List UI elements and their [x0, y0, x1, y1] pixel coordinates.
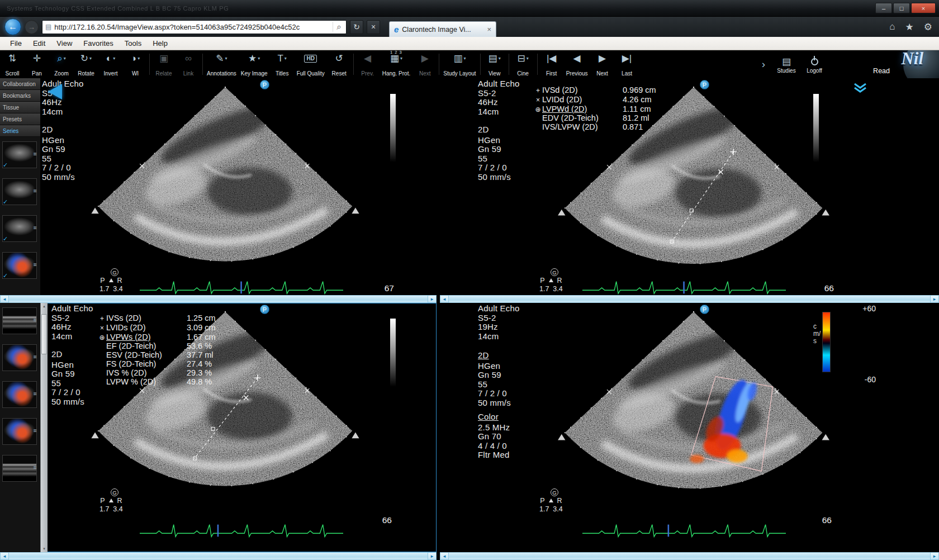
toolbar-button[interactable]: ⊟ ▾ Cine [511, 50, 535, 78]
tab-close-icon[interactable]: × [487, 25, 491, 34]
menu-item[interactable]: Edit [27, 39, 51, 48]
toolbar-button[interactable]: ▶ ▾ Next [590, 50, 615, 78]
series-thumbnail[interactable]: ✓ ≣ [2, 381, 37, 408]
ultrasound-image[interactable] [532, 306, 855, 514]
menu-item[interactable]: View [51, 39, 78, 48]
toolbar-button[interactable]: ∞ ▾ Link [176, 50, 201, 78]
scroll-left-arrow-icon[interactable]: ◂ [0, 552, 9, 560]
cine-scrollbar[interactable]: ◂ ▸ [440, 552, 939, 560]
toolbar-button[interactable]: ▾ [149, 54, 150, 75]
scroll-left-arrow-icon[interactable]: ◂ [440, 295, 449, 303]
toolbar-button[interactable]: HD ▾ Full Quality [295, 50, 327, 78]
viewport-top-right[interactable]: P Adult EchoS5-246Hz14cm 2D HGenGn 59557… [440, 78, 939, 295]
series-thumbnail[interactable]: ✓ ≣ [2, 178, 37, 205]
dropdown-arrow-icon[interactable]: ▾ [113, 56, 115, 61]
toolbar-button[interactable]: ▾ [480, 54, 481, 75]
menu-item[interactable]: Tools [119, 39, 147, 48]
favorites-star-icon[interactable]: ★ [905, 21, 914, 33]
scroll-right-arrow-icon[interactable]: ▸ [930, 295, 939, 303]
menu-item[interactable]: File [4, 39, 27, 48]
home-icon[interactable]: ⌂ [889, 21, 895, 33]
toolbar-button[interactable]: ◀ ▾ Prev. [355, 50, 380, 78]
dropdown-arrow-icon[interactable]: ▾ [463, 56, 466, 61]
dropdown-arrow-icon[interactable]: ▾ [499, 56, 501, 61]
scroll-down-arrow-icon[interactable]: ▾ [43, 545, 45, 552]
toolbar-button[interactable]: ▾ [202, 54, 203, 75]
sidebar-tab[interactable]: Presets [0, 113, 40, 125]
toolbar-button[interactable]: ◀ ▾ Previous [564, 50, 590, 78]
series-thumbnail[interactable]: ✓ ≣ [2, 215, 37, 242]
stop-button[interactable]: × [367, 20, 380, 34]
menu-item[interactable]: Favorites [78, 39, 118, 48]
viewport-top-left[interactable]: P Adult EchoS5-246Hz14cm 2D HGenGn 59557… [0, 78, 437, 295]
browser-tab[interactable]: e Clarontech Image Vi... × [389, 21, 496, 37]
toolbar-button[interactable]: ↻ ▾ Rotate [74, 50, 98, 78]
sidebar-tab[interactable]: Collaboration [0, 78, 40, 90]
scroll-right-arrow-icon[interactable]: ▸ [930, 552, 939, 560]
chevron-down-icon[interactable] [853, 83, 867, 95]
close-button[interactable]: × [911, 3, 936, 13]
toolbar-button[interactable]: ↺ ▾ Reset [327, 50, 352, 78]
viewport-bottom-right[interactable]: P Adult EchoS5-219Hz14cm 2D HGenGn 59557… [440, 303, 939, 552]
toolbar-button[interactable]: ▥ ▾ Study Layout [441, 50, 478, 78]
dropdown-arrow-icon[interactable]: ▾ [400, 56, 402, 61]
series-thumbnail[interactable]: ✓ ≣ [2, 141, 37, 168]
series-thumbnail[interactable]: ✓ ≣ [2, 455, 37, 482]
address-bar[interactable]: ▤ ⌕ [42, 20, 347, 34]
thumbnail-menu-icon[interactable]: ≣ [33, 262, 37, 267]
toolbar-button[interactable]: ▾ [537, 54, 538, 75]
dropdown-arrow-icon[interactable]: ▾ [527, 56, 529, 61]
url-input[interactable] [54, 23, 329, 31]
scroll-right-arrow-icon[interactable]: ▸ [428, 295, 437, 303]
toolbar-button[interactable]: ◑ ▾ WI [123, 50, 148, 78]
toolbar-button[interactable]: |◀ ▾ First [539, 50, 564, 78]
menu-item[interactable]: Help [147, 39, 173, 48]
cine-scrollbar[interactable]: ◂ ▸ [0, 295, 437, 303]
toolbar-button[interactable]: ✛ ▾ Pan [25, 50, 49, 78]
sidebar-collapse-button[interactable] [48, 84, 62, 99]
dropdown-arrow-icon[interactable]: ▾ [89, 56, 92, 61]
thumbnail-menu-icon[interactable]: ≣ [33, 188, 37, 193]
sidebar-tab[interactable]: Bookmarks [0, 90, 40, 102]
sidebar-scrollbar-thumb[interactable] [41, 314, 47, 354]
scroll-up-arrow-icon[interactable]: ▴ [43, 303, 45, 310]
toolbar-button[interactable]: ▶| ▾ Last [615, 50, 639, 78]
cine-scrollbar-track[interactable] [449, 552, 930, 560]
sidebar-scrollbar[interactable]: ▴ ▾ [40, 303, 48, 552]
scroll-left-arrow-icon[interactable]: ◂ [440, 552, 449, 560]
series-thumbnail[interactable]: ✓ ≣ [2, 307, 37, 334]
thumbnail-menu-icon[interactable]: ≣ [33, 391, 37, 396]
dropdown-arrow-icon[interactable]: ▾ [137, 56, 140, 61]
toolbar-button[interactable]: ⇅ ▾ Scroll [0, 50, 25, 78]
toolbar-button[interactable]: ✎ ▾ Annotations [205, 50, 239, 78]
cine-scrollbar[interactable]: ◂ ▸ [0, 552, 437, 560]
thumbnail-menu-icon[interactable]: ≣ [33, 354, 37, 359]
toolbar-button[interactable]: ▶ ▾ Next [412, 50, 437, 78]
gear-icon[interactable]: ⚙ [924, 21, 932, 33]
sidebar-tab[interactable]: Series [0, 125, 40, 137]
toolbar-overflow-chevron-icon[interactable]: › [762, 58, 765, 70]
search-icon[interactable]: ⌕ [333, 22, 343, 32]
toolbar-button[interactable]: ⌕ ▾ Zoom [49, 50, 74, 78]
viewport-bottom-left[interactable]: P Adult EchoS5-246Hz14cm 2D HGenGn 59557… [0, 303, 437, 552]
dropdown-arrow-icon[interactable]: ▾ [64, 56, 66, 61]
ultrasound-image[interactable] [66, 82, 385, 290]
toolbar-button[interactable]: ▾ [509, 54, 509, 75]
thumbnail-menu-icon[interactable]: ≣ [33, 317, 37, 322]
cine-scrollbar[interactable]: ◂ ▸ [440, 295, 939, 303]
thumbnail-menu-icon[interactable]: ≣ [33, 225, 37, 230]
refresh-button[interactable]: ↻ [350, 20, 363, 34]
studies-button[interactable]: ▤ Studies [774, 54, 799, 75]
scroll-right-arrow-icon[interactable]: ▸ [428, 552, 437, 560]
cine-scrollbar-track[interactable] [9, 295, 428, 303]
toolbar-button[interactable]: ▾ [353, 54, 354, 75]
series-thumbnail[interactable]: ✓ ≣ [2, 418, 37, 445]
scroll-left-arrow-icon[interactable]: ◂ [0, 295, 9, 303]
toolbar-button[interactable]: ★ ▾ Key Image [239, 50, 270, 78]
dropdown-arrow-icon[interactable]: ▾ [284, 56, 287, 61]
toolbar-button[interactable]: ▤ ▾ View [482, 50, 507, 78]
dropdown-arrow-icon[interactable]: ▾ [258, 56, 260, 61]
minimize-button[interactable]: – [875, 3, 892, 13]
toolbar-button[interactable]: ◐ ▾ Invert [98, 50, 123, 78]
sidebar-tab[interactable]: Tissue [0, 102, 40, 113]
